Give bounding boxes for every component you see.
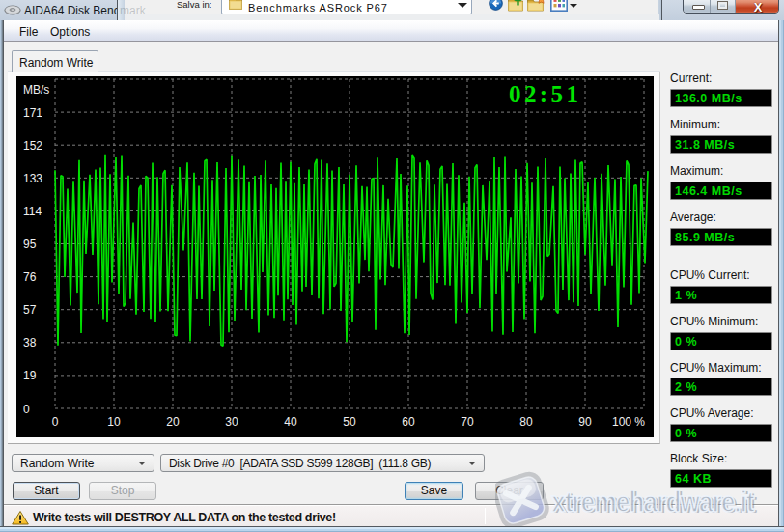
- svg-text:152: 152: [23, 139, 42, 153]
- svg-text:70: 70: [461, 415, 474, 429]
- svg-text:95: 95: [23, 238, 37, 251]
- svg-text:100 %: 100 %: [612, 415, 645, 429]
- svg-text:60: 60: [402, 415, 415, 429]
- svg-text:40: 40: [284, 415, 297, 429]
- svg-text:02:51: 02:51: [509, 81, 581, 107]
- svg-text:19: 19: [23, 369, 37, 382]
- svg-text:50: 50: [343, 415, 356, 429]
- svg-text:0: 0: [52, 415, 59, 429]
- svg-text:80: 80: [519, 415, 533, 429]
- svg-text:90: 90: [578, 415, 592, 429]
- svg-text:76: 76: [23, 270, 37, 284]
- svg-text:20: 20: [166, 415, 180, 429]
- svg-text:MB/s: MB/s: [23, 83, 49, 97]
- svg-text:171: 171: [23, 106, 42, 120]
- svg-text:10: 10: [107, 415, 121, 429]
- svg-text:0: 0: [23, 403, 30, 416]
- svg-text:133: 133: [23, 172, 42, 185]
- svg-text:38: 38: [23, 336, 37, 350]
- svg-text:114: 114: [23, 205, 42, 218]
- svg-text:30: 30: [225, 415, 238, 429]
- svg-text:57: 57: [23, 303, 37, 317]
